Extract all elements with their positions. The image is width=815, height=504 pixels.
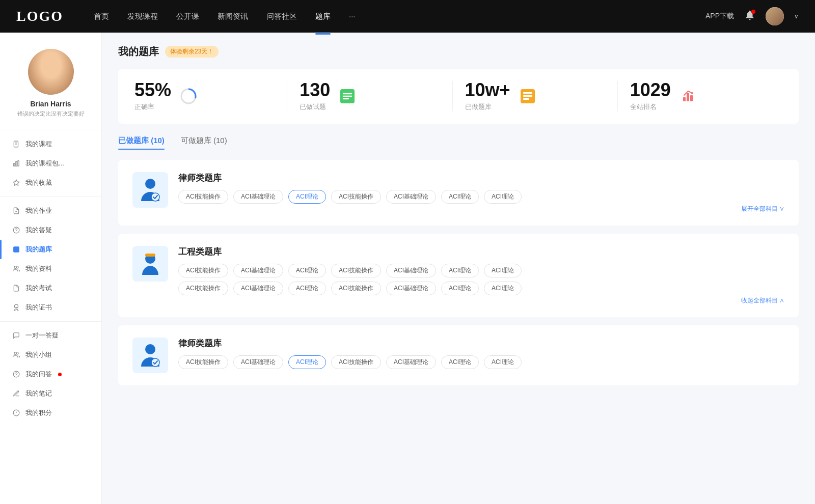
sidebar-item-one-on-one[interactable]: 一对一答疑	[0, 326, 101, 345]
etag-3[interactable]: ACI理论	[288, 264, 326, 277]
qbank-content-lawyer-1: 律师类题库 ACI技能操作 ACI基础理论 ACI理论 ACI技能操作 ACI基…	[178, 172, 784, 213]
sidebar-item-my-courses[interactable]: 我的课程	[0, 134, 101, 154]
svg-point-14	[14, 266, 17, 269]
stat-done-number-area: 130 已做试题	[300, 81, 330, 111]
nav-home[interactable]: 首页	[94, 10, 109, 23]
avatar[interactable]	[766, 7, 784, 25]
sidebar-item-qa[interactable]: 我的答疑	[0, 220, 101, 240]
stat-banks-label: 已做题库	[465, 102, 510, 111]
tab-done[interactable]: 已做题库 (10)	[118, 136, 165, 150]
sidebar-item-homework[interactable]: 我的作业	[0, 201, 101, 220]
sidebar-item-notes[interactable]: 我的笔记	[0, 384, 101, 403]
etag-r2-5[interactable]: ACI基础理论	[386, 282, 436, 295]
svg-rect-30	[523, 92, 532, 94]
svg-rect-10	[14, 247, 19, 253]
tag-1[interactable]: ACI技能操作	[178, 190, 228, 204]
etag-4[interactable]: ACI技能操作	[331, 264, 381, 277]
sidebar-item-points[interactable]: 我的积分	[0, 403, 101, 423]
header: LOGO 首页 发现课程 公开课 新闻资讯 问答社区 题库 ··· APP下载 …	[0, 0, 815, 33]
points-icon	[12, 409, 20, 417]
expand-link-lawyer-1[interactable]: 展开全部科目 ∨	[741, 205, 784, 212]
ltag2-3-active[interactable]: ACI理论	[288, 355, 326, 369]
bank-stat-icon	[520, 88, 536, 104]
sidebar-label: 一对一答疑	[25, 331, 59, 340]
svg-point-24	[184, 92, 193, 100]
stat-accuracy: 55% 正确率	[134, 81, 287, 111]
sidebar-label: 我的收藏	[25, 178, 52, 187]
tag-4[interactable]: ACI技能操作	[331, 190, 381, 204]
etag-7[interactable]: ACI理论	[484, 264, 522, 277]
lawyer-figure-icon-2	[137, 342, 164, 369]
tag-6[interactable]: ACI理论	[441, 190, 479, 204]
collapse-link-engineer[interactable]: 收起全部科目 ∧	[741, 297, 784, 304]
sidebar-item-certificate[interactable]: 我的证书	[0, 298, 101, 317]
sidebar-item-my-qa[interactable]: 我的问答	[0, 365, 101, 384]
svg-rect-40	[145, 254, 155, 257]
etag-1[interactable]: ACI技能操作	[178, 264, 228, 277]
ltag2-5[interactable]: ACI基础理论	[386, 355, 436, 369]
svg-rect-33	[683, 97, 686, 101]
sidebar-label: 我的考试	[25, 284, 52, 293]
tag-5[interactable]: ACI基础理论	[386, 190, 436, 204]
sidebar-label: 我的小组	[25, 350, 52, 359]
avatar-image	[766, 7, 784, 25]
etag-r2-3[interactable]: ACI理论	[288, 282, 326, 295]
qbank-tags-lawyer-2: ACI技能操作 ACI基础理论 ACI理论 ACI技能操作 ACI基础理论 AC…	[178, 355, 784, 369]
nav-more[interactable]: ···	[349, 10, 356, 23]
stat-ranking: 1029 全站排名	[618, 81, 782, 111]
etag-5[interactable]: ACI基础理论	[386, 264, 436, 277]
nav-open-course[interactable]: 公开课	[176, 10, 199, 23]
nav: 首页 发现课程 公开课 新闻资讯 问答社区 题库 ···	[94, 10, 705, 23]
nav-discover[interactable]: 发现课程	[127, 10, 158, 23]
qbank-card-engineer: 工程类题库 ACI技能操作 ACI基础理论 ACI理论 ACI技能操作 ACI基…	[118, 234, 799, 317]
user-avatar-area: Brian Harris 错误的决定比没有决定要好	[17, 49, 85, 118]
chat-icon	[12, 331, 20, 340]
sidebar-label: 我的证书	[25, 303, 52, 312]
nav-question-bank[interactable]: 题库	[315, 10, 331, 23]
svg-rect-5	[18, 161, 19, 166]
engineer-figure-icon	[137, 250, 164, 277]
sidebar-item-group[interactable]: 我的小组	[0, 345, 101, 365]
etag-r2-6[interactable]: ACI理论	[441, 282, 479, 295]
accuracy-icon-area	[178, 86, 199, 106]
logo[interactable]: LOGO	[16, 8, 63, 24]
sidebar-item-course-package[interactable]: 我的课程包...	[0, 154, 101, 173]
tag-2[interactable]: ACI基础理论	[233, 190, 283, 204]
sidebar-item-question-bank[interactable]: 我的题库	[0, 240, 101, 259]
etag-2[interactable]: ACI基础理论	[233, 264, 283, 277]
sidebar-item-profile[interactable]: 我的资料	[0, 259, 101, 278]
ltag2-6[interactable]: ACI理论	[441, 355, 479, 369]
svg-marker-6	[13, 180, 19, 185]
etag-r2-7[interactable]: ACI理论	[484, 282, 522, 295]
stat-accuracy-label: 正确率	[134, 102, 171, 111]
svg-rect-32	[523, 98, 529, 100]
notification-bell[interactable]	[744, 10, 755, 23]
tag-3-active[interactable]: ACI理论	[288, 190, 326, 204]
etag-r2-1[interactable]: ACI技能操作	[178, 282, 228, 295]
app-download-link[interactable]: APP下载	[705, 12, 734, 21]
tag-7[interactable]: ACI理论	[484, 190, 522, 204]
svg-point-38	[151, 193, 159, 201]
qbank-title-lawyer-2: 律师类题库	[178, 338, 784, 349]
user-name: Brian Harris	[30, 100, 71, 108]
sidebar-item-exam[interactable]: 我的考试	[0, 278, 101, 298]
sidebar-label: 我的答疑	[25, 226, 52, 235]
user-dropdown-arrow[interactable]: ∨	[794, 13, 799, 20]
ranking-icon-area	[678, 86, 698, 106]
tabs-row: 已做题库 (10) 可做题库 (10)	[118, 136, 799, 150]
sidebar: Brian Harris 错误的决定比没有决定要好 我的课程 我的课程包...	[0, 33, 102, 504]
profile-icon	[12, 265, 20, 273]
nav-qa[interactable]: 问答社区	[266, 10, 297, 23]
sidebar-item-favorites[interactable]: 我的收藏	[0, 173, 101, 192]
ltag2-2[interactable]: ACI基础理论	[233, 355, 283, 369]
nav-news[interactable]: 新闻资讯	[218, 10, 248, 23]
etag-6[interactable]: ACI理论	[441, 264, 479, 277]
tab-available[interactable]: 可做题库 (10)	[181, 136, 227, 150]
ltag2-7[interactable]: ACI理论	[484, 355, 522, 369]
svg-point-16	[14, 352, 17, 355]
ltag2-4[interactable]: ACI技能操作	[331, 355, 381, 369]
stat-accuracy-number: 55%	[134, 81, 171, 99]
etag-r2-2[interactable]: ACI基础理论	[233, 282, 283, 295]
etag-r2-4[interactable]: ACI技能操作	[331, 282, 381, 295]
ltag2-1[interactable]: ACI技能操作	[178, 355, 228, 369]
